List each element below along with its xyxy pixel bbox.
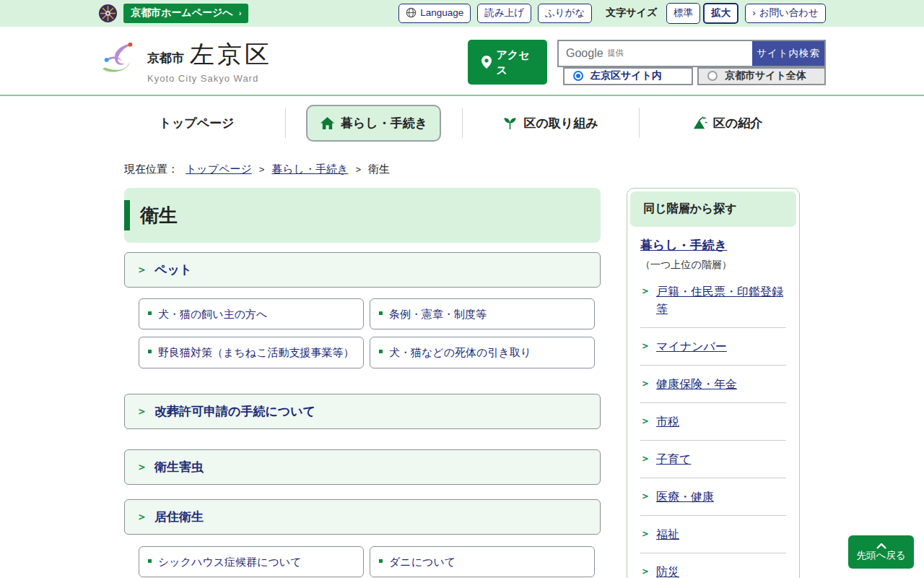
- access-button[interactable]: アクセス: [468, 40, 547, 85]
- link-card[interactable]: 犬・猫の飼い主の方へ: [139, 298, 364, 329]
- chevron-right-icon: ＞: [640, 565, 650, 578]
- sidebar-item-label[interactable]: 戸籍・住民票・印鑑登録等: [656, 283, 786, 318]
- home-button-label: 京都市ホームページへ: [131, 7, 233, 20]
- search-scope-city-label: 京都市サイト全体: [725, 69, 806, 82]
- breadcrumb-separator: >: [259, 164, 265, 175]
- logo-english-text: Kyoto City Sakyo Ward: [147, 73, 272, 84]
- sidebar-item-health-insurance-pension[interactable]: ＞ 健康保険・年金: [640, 366, 786, 403]
- nav-item-label: トップページ: [160, 115, 235, 131]
- sprout-icon: [502, 116, 518, 131]
- search-scope-ward-radio[interactable]: 左京区サイト内: [563, 67, 693, 85]
- sidebar-item-label[interactable]: 健康保険・年金: [656, 376, 737, 393]
- square-bullet-icon: [148, 350, 152, 353]
- nav-item-ward-introduction[interactable]: 区の紹介: [681, 106, 774, 140]
- fontsize-large-button[interactable]: 拡大: [703, 3, 738, 24]
- read-aloud-label: 読み上げ: [484, 7, 524, 20]
- link-card[interactable]: 犬・猫などの死体の引き取り: [370, 337, 595, 368]
- sidebar-item-city-tax[interactable]: ＞ 市税: [640, 403, 786, 441]
- link-card-label[interactable]: 条例・憲章・制度等: [389, 306, 487, 322]
- mountain-flag-icon: [692, 116, 707, 131]
- radio-unselected-icon: [707, 71, 718, 81]
- nav-item-top-page[interactable]: トップページ: [148, 106, 246, 140]
- link-card[interactable]: ダニについて: [370, 546, 595, 577]
- logo-city-text: 京都市: [147, 43, 184, 66]
- section-sanitary-pests[interactable]: ＞ 衛生害虫: [124, 449, 601, 485]
- link-card[interactable]: シックハウス症候群について: [139, 546, 364, 577]
- link-card-label[interactable]: 犬・猫の飼い主の方へ: [158, 306, 267, 322]
- sidebar-item-medical-health[interactable]: ＞ 医療・健康: [640, 478, 786, 516]
- link-card-label[interactable]: ダニについて: [389, 553, 456, 570]
- globe-icon: [406, 7, 417, 18]
- access-button-label: アクセス: [497, 47, 534, 77]
- breadcrumb-link-living[interactable]: 暮らし・手続き: [271, 163, 348, 176]
- chevron-right-icon: ＞: [640, 340, 650, 353]
- page-title: 衛生: [124, 203, 178, 228]
- back-to-top-label: 先頭へ戻る: [856, 551, 905, 561]
- section-pet[interactable]: ＞ ペット: [124, 252, 601, 288]
- sidebar-title: 同じ階層から探す: [630, 191, 796, 227]
- link-card[interactable]: 条例・憲章・制度等: [370, 298, 595, 329]
- section-heading: ペット: [154, 262, 192, 278]
- read-aloud-button[interactable]: 読み上げ: [477, 4, 531, 23]
- pet-link-cards: 犬・猫の飼い主の方へ 条例・憲章・制度等 野良猫対策（まちねこ活動支援事業等） …: [139, 298, 595, 368]
- site-header: 京都市 左京区 Kyoto City Sakyo Ward アクセス Googl…: [0, 27, 924, 96]
- sidebar-item-welfare[interactable]: ＞ 福祉: [640, 516, 786, 553]
- sidebar-item-label[interactable]: 医療・健康: [656, 488, 714, 506]
- site-search-button[interactable]: サイト内検索: [752, 41, 824, 66]
- language-button[interactable]: Language: [398, 4, 471, 23]
- link-card-label[interactable]: 野良猫対策（まちねこ活動支援事業等）: [158, 344, 354, 361]
- sidebar-item-label[interactable]: マイナンバー: [656, 338, 727, 355]
- sidebar-parent-note: （一つ上位の階層）: [640, 259, 786, 272]
- site-logo[interactable]: 京都市 左京区 Kyoto City Sakyo Ward: [98, 38, 272, 84]
- sidebar-item-label[interactable]: 福祉: [656, 526, 679, 543]
- chevron-right-icon: ＞: [640, 452, 650, 465]
- sidebar-parent-link[interactable]: 暮らし・手続き: [640, 238, 727, 252]
- fontsize-large-label: 拡大: [711, 7, 731, 20]
- radio-selected-icon: [573, 71, 583, 81]
- nav-item-label: 区の取り組み: [523, 115, 598, 131]
- back-to-top-button[interactable]: 先頭へ戻る: [848, 535, 914, 569]
- chevron-right-icon: ›: [752, 7, 756, 20]
- section-residential-hygiene[interactable]: ＞ 居住衛生: [124, 499, 601, 535]
- furigana-button[interactable]: ふりがな: [538, 4, 592, 23]
- nav-item-ward-initiatives[interactable]: 区の取り組み: [491, 106, 609, 140]
- sidebar-item-family-register[interactable]: ＞ 戸籍・住民票・印鑑登録等: [640, 273, 786, 328]
- sidebar-item-my-number[interactable]: ＞ マイナンバー: [640, 328, 786, 366]
- section-heading: 居住衛生: [154, 509, 204, 525]
- site-search-button-label: サイト内検索: [757, 48, 820, 59]
- nav-item-living-procedures[interactable]: 暮らし・手続き: [306, 105, 441, 142]
- language-label: Language: [420, 7, 463, 20]
- site-search-bar: Google 提供 サイト内検索: [557, 40, 826, 67]
- search-scope-city-radio[interactable]: 京都市サイト全体: [697, 67, 826, 85]
- link-card[interactable]: 野良猫対策（まちねこ活動支援事業等）: [139, 337, 364, 368]
- link-card-label[interactable]: シックハウス症候群について: [158, 553, 302, 570]
- kyoto-city-emblem-icon: [98, 4, 118, 23]
- breadcrumb-label: 現在位置：: [124, 163, 178, 176]
- search-input[interactable]: Google 提供: [559, 41, 752, 66]
- sidebar-item-label[interactable]: 子育て: [656, 451, 691, 468]
- sidebar-item-disaster-prevention[interactable]: ＞ 防災: [640, 553, 786, 578]
- sidebar-item-label[interactable]: 市税: [656, 413, 679, 431]
- fontsize-standard-button[interactable]: 標準: [666, 3, 700, 24]
- chevron-right-icon: ＞: [640, 285, 650, 298]
- fontsize-standard-label: 標準: [674, 7, 693, 20]
- nav-item-label: 区の紹介: [713, 115, 762, 131]
- sakyo-logo-mark-icon: [98, 38, 140, 77]
- sidebar-item-label[interactable]: 防災: [656, 564, 679, 578]
- global-navigation: トップページ 暮らし・手続き 区の取り組み: [0, 96, 924, 150]
- square-bullet-icon: [148, 311, 152, 315]
- furigana-label: ふりがな: [545, 7, 585, 20]
- chevron-up-icon: [876, 543, 886, 549]
- chevron-right-icon: ＞: [136, 510, 147, 524]
- chevron-right-icon: ＞: [640, 377, 650, 390]
- contact-button[interactable]: › お問い合わせ: [745, 4, 826, 23]
- square-bullet-icon: [379, 559, 383, 563]
- breadcrumb-link-top[interactable]: トップページ: [186, 163, 252, 176]
- section-reburial-permit[interactable]: ＞ 改葬許可申請の手続について: [124, 394, 601, 429]
- logo-ward-text: 左京区: [190, 38, 272, 72]
- square-bullet-icon: [379, 350, 383, 353]
- residential-hygiene-link-cards: シックハウス症候群について ダニについて: [139, 546, 595, 577]
- kyoto-city-home-button[interactable]: 京都市ホームページへ ›: [123, 4, 248, 23]
- sidebar-item-childcare[interactable]: ＞ 子育て: [640, 441, 786, 478]
- link-card-label[interactable]: 犬・猫などの死体の引き取り: [389, 344, 531, 361]
